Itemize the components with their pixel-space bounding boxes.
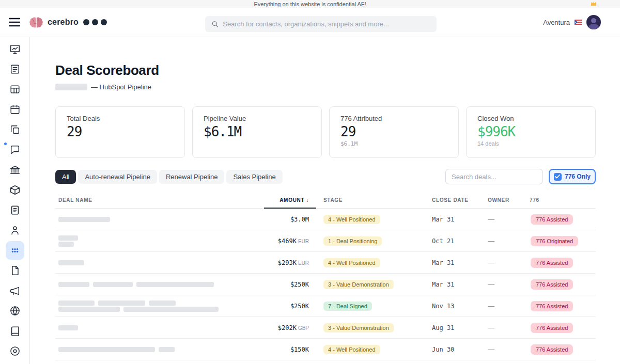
deal-owner: —	[488, 259, 530, 266]
stage-badge: 4 - Well Positioned	[323, 258, 380, 267]
col-owner[interactable]: Owner	[488, 192, 530, 209]
776-badge: 776 Assisted	[531, 258, 573, 268]
deal-amount-cell: $150K	[264, 346, 316, 353]
currency-code: EUR	[298, 260, 309, 266]
sidebar-item-chat[interactable]	[6, 140, 24, 159]
stat-label: Total Deals	[67, 115, 174, 122]
deal-name-cell	[55, 299, 264, 313]
sidebar-item-file[interactable]	[6, 261, 24, 280]
sidebar-item-list[interactable]	[6, 60, 24, 78]
brain-logo-icon	[28, 16, 44, 28]
apps-grid-icon	[9, 245, 21, 256]
bank-icon	[9, 164, 21, 176]
776-cell: 776 Assisted	[530, 323, 596, 333]
sidebar-item-package[interactable]	[6, 181, 24, 199]
stage-badge: 3 - Value Demonstration	[323, 280, 394, 289]
deal-name-cell	[55, 324, 264, 331]
table-row[interactable]: $469KEUR1 - Deal PositioningOct 21—776 O…	[55, 230, 596, 252]
sidebar-item-apps[interactable]	[6, 241, 24, 260]
skeleton-placeholder	[58, 217, 110, 222]
global-search-input[interactable]	[223, 20, 430, 28]
sidebar-item-table[interactable]	[6, 80, 24, 99]
sidebar-item-megaphone[interactable]	[6, 281, 24, 300]
logo-dots	[83, 19, 107, 25]
skeleton-placeholder	[123, 307, 219, 312]
confidential-banner: Everything on this website is confidenti…	[0, 0, 620, 8]
deal-name-cell	[55, 346, 264, 353]
776-only-toggle[interactable]: 776 Only	[549, 169, 596, 184]
deal-name-cell	[55, 259, 264, 266]
sidebar-item-calendar[interactable]	[6, 100, 24, 119]
filter-tab-auto-renewal-pipeline[interactable]: Auto-renewal Pipeline	[78, 170, 157, 184]
deal-owner: —	[488, 302, 530, 310]
deal-name-cell	[55, 234, 264, 248]
col-776[interactable]: 776	[530, 192, 596, 209]
deal-amount: $202K	[278, 324, 297, 331]
col-stage[interactable]: Stage	[316, 192, 432, 209]
avatar[interactable]	[586, 15, 601, 29]
stat-label: Closed Won	[477, 115, 584, 122]
filter-tab-renewal-pipeline[interactable]: Renewal Pipeline	[159, 170, 224, 184]
sidebar-item-disc[interactable]	[6, 342, 24, 360]
skeleton-placeholder	[98, 300, 145, 306]
global-search[interactable]	[205, 16, 437, 32]
deal-amount: $250K	[290, 303, 309, 310]
filter-tab-sales-pipeline[interactable]: Sales Pipeline	[226, 170, 282, 184]
copy-icon	[9, 124, 21, 135]
table-row[interactable]: $250K3 - Value DemonstrationMar 31—776 A…	[55, 274, 596, 295]
main-content: Deal Scoreboard — HubSpot Pipeline Total…	[30, 37, 620, 364]
deal-name-cell	[55, 216, 264, 223]
table-row[interactable]: $250K7 - Deal SignedNov 13—776 Assisted	[55, 295, 596, 317]
package-icon	[9, 184, 21, 196]
app-logo[interactable]: cerebro	[28, 16, 107, 28]
sidebar-item-notes[interactable]	[6, 201, 24, 219]
banner-text: Everything on this website is confidenti…	[254, 1, 366, 7]
currency-code: EUR	[298, 239, 309, 244]
776-badge: 776 Originated	[531, 236, 578, 246]
table-icon	[9, 84, 21, 95]
deal-amount-cell: $202KGBP	[264, 324, 316, 331]
skeleton-placeholder	[58, 282, 89, 287]
stat-card-pipeline-value: Pipeline Value $6.1M	[192, 106, 322, 158]
sidebar-item-copy[interactable]	[6, 120, 24, 139]
sidebar-item-dashboard[interactable]	[6, 40, 24, 58]
deal-search-input[interactable]	[452, 173, 537, 181]
table-row[interactable]: $202KGBP3 - Value DemonstrationAug 31—77…	[55, 317, 596, 339]
sidebar-item-person[interactable]	[6, 221, 24, 240]
table-row[interactable]: $150K4 - Well PositionedJun 30—776 Assis…	[55, 339, 596, 360]
776-badge: 776 Assisted	[531, 301, 573, 311]
stat-sub: $6.1M	[340, 140, 447, 147]
table-row[interactable]: $293KEUR4 - Well PositionedMar 31—776 As…	[55, 252, 596, 274]
deal-search[interactable]	[445, 169, 543, 184]
deal-name-cell	[55, 281, 264, 288]
book-icon	[9, 325, 21, 337]
sidebar-item-bank[interactable]	[6, 161, 24, 179]
col-close-date[interactable]: Close Date	[432, 192, 488, 209]
table-body: $3.0M4 - Well PositionedMar 31—776 Assis…	[55, 209, 596, 360]
776-cell: 776 Assisted	[530, 301, 596, 311]
top-header: cerebro Aventura	[0, 8, 620, 37]
table-row[interactable]: $3.0M4 - Well PositionedMar 31—776 Assis…	[55, 209, 596, 230]
avatar-head	[591, 18, 596, 23]
776-cell: 776 Assisted	[530, 279, 596, 290]
776-only-label: 776 Only	[565, 173, 591, 180]
deal-amount: $150K	[290, 346, 309, 353]
skeleton-placeholder	[93, 282, 133, 287]
close-date: Mar 31	[432, 281, 488, 288]
stat-value: 29	[67, 124, 174, 139]
filter-tab-all[interactable]: All	[55, 170, 76, 184]
checkbox-checked-icon[interactable]	[554, 173, 562, 181]
close-date: Oct 21	[432, 238, 488, 245]
sidebar-item-book[interactable]	[6, 322, 24, 340]
deal-amount-cell: $3.0M	[264, 216, 316, 223]
flag-icon	[575, 20, 582, 25]
deal-stage-cell: 3 - Value Demonstration	[316, 323, 432, 333]
deal-stage-cell: 4 - Well Positioned	[316, 344, 432, 354]
stage-badge: 4 - Well Positioned	[323, 345, 380, 354]
hamburger-menu-button[interactable]	[9, 18, 20, 27]
sidebar-item-globe[interactable]	[6, 302, 24, 320]
calendar-icon	[9, 104, 21, 115]
deal-amount-cell: $250K	[264, 303, 316, 310]
col-deal-name[interactable]: Deal Name	[55, 192, 264, 209]
col-amount[interactable]: Amount ↓	[264, 192, 316, 209]
